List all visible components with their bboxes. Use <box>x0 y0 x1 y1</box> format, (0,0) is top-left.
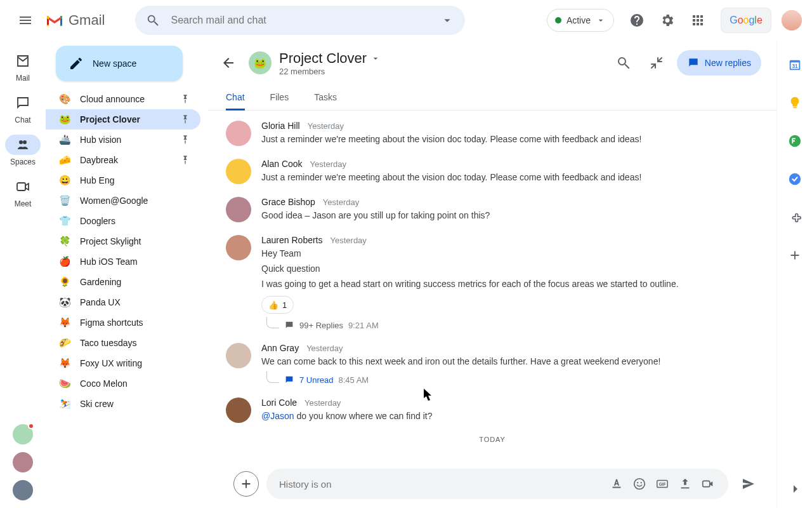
chat-message: Alan CookYesterdayJust a reminder we're … <box>226 154 759 192</box>
sidebar-space-item[interactable]: 🐼Panda UX <box>46 292 200 312</box>
google-account-box[interactable]: Google <box>721 8 771 33</box>
thread-link[interactable]: 7 Unread8:45 AM <box>266 375 759 385</box>
back-button[interactable] <box>216 50 241 76</box>
message-avatar[interactable] <box>226 343 251 368</box>
sidebar-space-item[interactable]: 🐸Project Clover <box>46 109 200 130</box>
message-author[interactable]: Ann Gray <box>261 343 299 353</box>
message-author[interactable]: Lauren Roberts <box>261 235 323 245</box>
search-bar[interactable] <box>135 6 465 35</box>
upload-icon[interactable] <box>675 474 695 494</box>
sidebar-space-item[interactable]: ⛷️Ski crew <box>46 394 200 414</box>
svg-point-0 <box>19 140 23 144</box>
rail-contact-avatar[interactable] <box>13 452 33 472</box>
search-icon[interactable] <box>140 8 166 33</box>
day-divider: TODAY <box>226 436 759 443</box>
search-input[interactable] <box>166 15 435 26</box>
space-emoji-icon: 🌮 <box>58 337 71 349</box>
tasks-addon-icon[interactable] <box>782 166 808 192</box>
settings-icon[interactable] <box>655 8 680 33</box>
message-author[interactable]: Lori Cole <box>261 398 297 408</box>
rail-chat[interactable]: Chat <box>0 88 46 130</box>
thread-link[interactable]: 99+ Replies9:21 AM <box>266 320 759 330</box>
tab-tasks[interactable]: Tasks <box>314 85 337 110</box>
message-avatar[interactable] <box>226 121 251 146</box>
sidebar-space-item[interactable]: 😀Hub Eng <box>46 170 200 190</box>
message-text: Good idea – Jason are you still up for t… <box>261 208 759 222</box>
space-emoji-icon: 🦊 <box>58 316 71 329</box>
thread-icon <box>284 320 294 330</box>
space-name: Project Clover <box>80 114 171 124</box>
new-space-button[interactable]: New space <box>56 46 183 81</box>
sidebar-space-item[interactable]: 🗑️Women@Google <box>46 190 200 211</box>
status-dot-icon <box>555 17 561 23</box>
sidebar-space-item[interactable]: 🍎Hub iOS Team <box>46 251 200 272</box>
app-name: Gmail <box>69 12 105 29</box>
mention[interactable]: @Jason <box>261 411 294 421</box>
keep-addon-icon[interactable] <box>782 90 808 116</box>
svg-rect-12 <box>793 107 797 108</box>
message-author[interactable]: Gloria Hill <box>261 121 300 131</box>
sidebar-space-item[interactable]: 🚢Hub vision <box>46 130 200 150</box>
format-icon[interactable] <box>606 474 627 494</box>
message-avatar[interactable] <box>226 159 251 184</box>
space-name: Daybreak <box>80 155 171 165</box>
sidebar-space-item[interactable]: 👕Dooglers <box>46 211 200 231</box>
calendar-addon-icon[interactable]: 31 <box>782 52 808 77</box>
pin-icon <box>180 114 190 124</box>
get-addons-icon[interactable] <box>782 243 808 268</box>
main-menu-button[interactable] <box>10 5 41 36</box>
sidebar-space-item[interactable]: 🌮Taco tuesdays <box>46 333 200 353</box>
addons-icon[interactable] <box>782 204 808 230</box>
members-count[interactable]: 22 members <box>279 67 381 76</box>
sidebar-space-item[interactable]: 🍀Project Skylight <box>46 231 200 251</box>
search-in-space-icon[interactable] <box>611 50 636 76</box>
hide-side-panel-icon[interactable] <box>782 476 808 502</box>
svg-rect-2 <box>17 183 25 190</box>
video-call-icon[interactable] <box>698 474 718 494</box>
space-title-dropdown[interactable]: Project Clover <box>279 50 381 67</box>
message-author[interactable]: Grace Bishop <box>261 197 315 207</box>
message-input[interactable] <box>272 479 606 490</box>
tab-chat[interactable]: Chat <box>226 85 245 110</box>
rail-contact-avatar[interactable] <box>13 424 33 444</box>
account-avatar[interactable] <box>782 10 802 30</box>
apps-grid-icon[interactable] <box>685 8 710 33</box>
new-replies-button[interactable]: New replies <box>677 50 761 76</box>
sidebar-space-item[interactable]: 🌻Gardening <box>46 272 200 292</box>
reaction-chip[interactable]: 👍1 <box>261 296 294 314</box>
space-name: Hub Eng <box>80 175 190 185</box>
collapse-icon[interactable] <box>644 50 669 76</box>
message-author[interactable]: Alan Cook <box>261 159 303 169</box>
space-emoji-icon: 😀 <box>58 174 71 187</box>
tab-files[interactable]: Files <box>270 85 289 110</box>
sidebar-space-item[interactable]: 🦊Foxy UX writing <box>46 353 200 373</box>
pin-icon <box>180 135 190 145</box>
support-icon[interactable] <box>624 8 650 33</box>
gmail-logo[interactable]: Gmail <box>46 12 105 29</box>
message-text: Hey Team <box>261 246 759 260</box>
message-avatar[interactable] <box>226 235 251 260</box>
message-text: We can come back to this next week and i… <box>261 354 759 368</box>
sidebar-space-item[interactable]: 🧀Daybreak <box>46 150 200 170</box>
rail-meet[interactable]: Meet <box>0 171 46 213</box>
message-avatar[interactable] <box>226 197 251 222</box>
send-button[interactable] <box>736 471 761 497</box>
sidebar-space-item[interactable]: 🦊Figma shortcuts <box>46 312 200 333</box>
contacts-addon-icon[interactable] <box>782 128 808 154</box>
status-chip[interactable]: Active <box>547 9 614 32</box>
sidebar-space-item[interactable]: 🍉Coco Melon <box>46 373 200 394</box>
add-attachment-button[interactable] <box>233 471 259 497</box>
search-options-icon[interactable] <box>435 8 460 33</box>
space-name: Panda UX <box>80 297 190 307</box>
space-name: Dooglers <box>80 216 190 226</box>
svg-text:31: 31 <box>792 64 798 69</box>
sidebar-space-item[interactable]: 🎨Cloud announce <box>46 89 200 109</box>
rail-mail[interactable]: Mail <box>0 46 46 88</box>
gif-icon[interactable]: GIF <box>652 474 672 494</box>
rail-spaces[interactable]: Spaces <box>0 130 46 171</box>
rail-contact-avatar[interactable] <box>13 480 33 500</box>
message-avatar[interactable] <box>226 398 251 423</box>
emoji-icon[interactable] <box>629 474 650 494</box>
message-composer[interactable]: GIF <box>266 469 728 499</box>
chat-message: Grace BishopYesterdayGood idea – Jason a… <box>226 192 759 230</box>
